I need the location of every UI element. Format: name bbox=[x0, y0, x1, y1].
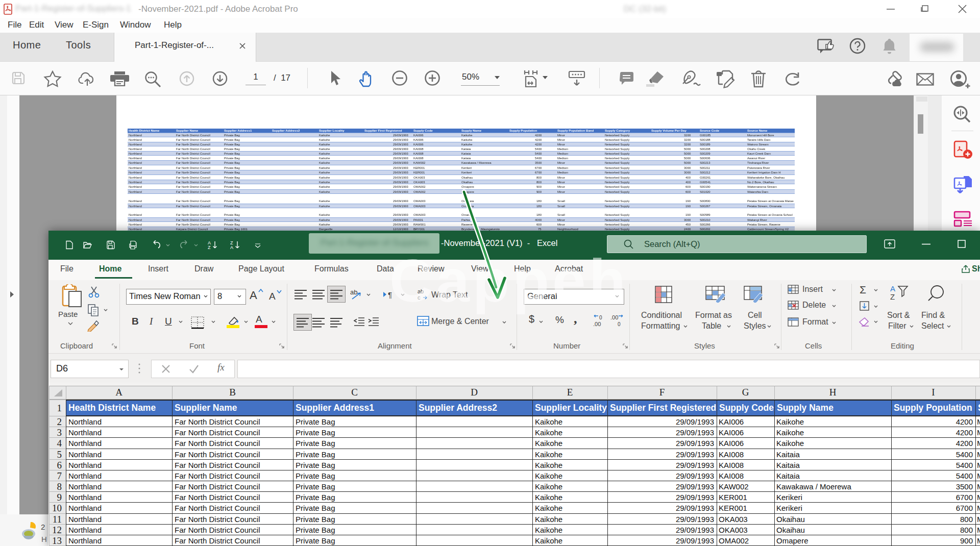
svg-text:.00: .00 bbox=[593, 321, 601, 327]
svg-text:A: A bbox=[890, 284, 895, 293]
svg-text:Z: Z bbox=[208, 245, 211, 250]
svg-text:ab: ab bbox=[350, 288, 357, 296]
svg-text:0: 0 bbox=[599, 315, 602, 320]
svg-text:0: 0 bbox=[618, 321, 621, 327]
svg-text:A: A bbox=[230, 245, 233, 250]
svg-text:.00: .00 bbox=[610, 315, 618, 320]
svg-text:Z: Z bbox=[890, 292, 895, 301]
